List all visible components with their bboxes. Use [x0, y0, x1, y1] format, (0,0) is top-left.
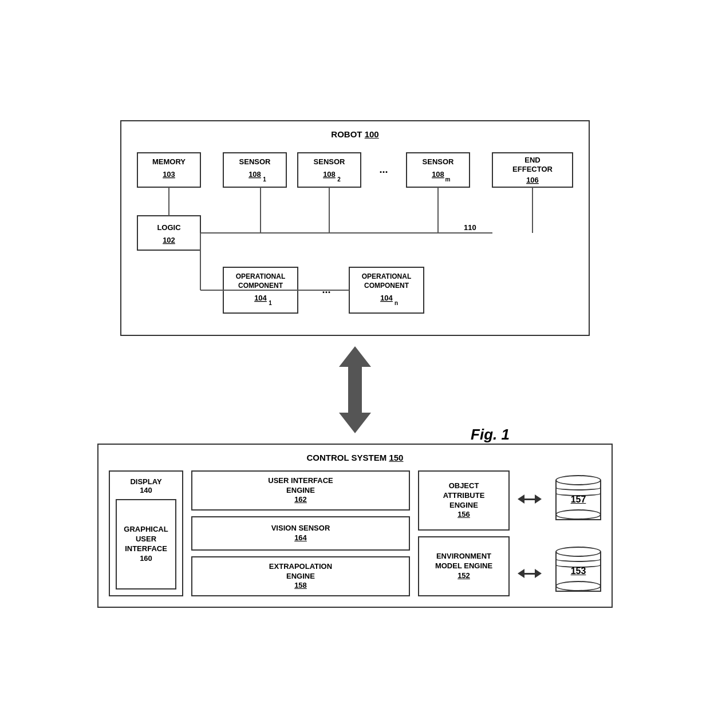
display-block: DISPLAY 140 GRAPHICAL USER INTERFACE 160	[109, 470, 183, 596]
object-attr-engine-box: OBJECT ATTRIBUTE ENGINE 156	[418, 470, 510, 531]
cyl-top-2	[555, 547, 601, 557]
arrow-down-icon	[339, 413, 371, 433]
databases-column: 157 153	[555, 470, 601, 596]
arrow-line2	[524, 573, 535, 575]
extrapolation-label: EXTRAPOLATION ENGINE	[269, 562, 332, 581]
database-153: 153	[555, 547, 601, 592]
svg-text:110: 110	[464, 223, 476, 232]
svg-text:OPERATIONAL: OPERATIONAL	[362, 272, 411, 280]
cyl-body-2: 153	[555, 552, 601, 592]
arrow-up-icon	[339, 346, 371, 367]
figure-label: Fig. 1	[471, 426, 510, 444]
vision-sensor-label: VISION SENSOR	[271, 524, 330, 533]
svg-text:n: n	[395, 300, 398, 306]
svg-text:108: 108	[323, 170, 336, 179]
svg-text:104: 104	[380, 294, 393, 302]
gui-ref: 160	[140, 554, 152, 564]
cyl-bottom-arc-2	[555, 581, 601, 591]
db-arrows-col	[518, 470, 542, 596]
svg-text:108: 108	[249, 170, 261, 179]
arrow-stem	[348, 367, 362, 390]
svg-text:SENSOR: SENSOR	[239, 157, 271, 166]
object-attr-label: OBJECT ATTRIBUTE ENGINE	[443, 481, 485, 511]
svg-text:102: 102	[163, 236, 175, 244]
control-system-title: CONTROL SYSTEM 150	[109, 453, 601, 462]
cyl-stripe1-2	[555, 556, 601, 562]
env-model-ref: 152	[457, 571, 470, 581]
vision-sensor-box: VISION SENSOR 164	[191, 516, 410, 551]
svg-text:103: 103	[163, 170, 175, 179]
arrow-left-icon2	[518, 569, 524, 578]
robot-outer-box: ROBOT 100 MEMORY 103 SENSOR 108 1 SENSOR…	[120, 120, 590, 336]
cyl-bottom-arc-1	[555, 509, 601, 520]
vision-sensor-ref: 164	[294, 533, 307, 543]
database-157: 157	[555, 475, 601, 520]
svg-rect-20	[137, 216, 200, 250]
control-system-inner: DISPLAY 140 GRAPHICAL USER INTERFACE 160…	[109, 470, 601, 596]
svg-text:SENSOR: SENSOR	[423, 157, 455, 166]
svg-text:COMPONENT: COMPONENT	[238, 282, 283, 290]
svg-text:108: 108	[432, 170, 444, 179]
arrow-right-icon2	[535, 569, 542, 578]
svg-text:106: 106	[526, 176, 539, 184]
arrow-stem2	[348, 390, 362, 413]
robot-title: ROBOT 100	[132, 129, 578, 139]
env-model-engine-box: ENVIRONMENT MODEL ENGINE 152	[418, 536, 510, 596]
svg-text:m: m	[445, 176, 451, 183]
svg-text:OPERATIONAL: OPERATIONAL	[236, 272, 285, 280]
display-label: DISPLAY 140	[130, 477, 161, 494]
ui-engine-ref: 162	[294, 495, 307, 505]
right-column: OBJECT ATTRIBUTE ENGINE 156 ENVIRONMENT …	[418, 470, 510, 596]
db1-arrow	[518, 494, 542, 504]
svg-text:1: 1	[263, 176, 266, 183]
arrow-right-icon	[535, 494, 542, 504]
svg-text:SENSOR: SENSOR	[314, 157, 346, 166]
ui-engine-label: USER INTERFACE ENGINE	[268, 476, 333, 496]
svg-text:2: 2	[337, 176, 341, 183]
gui-label: GRAPHICAL USER INTERFACE	[124, 525, 168, 554]
cyl-body-1: 157	[555, 480, 601, 520]
robot-diagram-svg: MEMORY 103 SENSOR 108 1 SENSOR 108 2 ...…	[132, 147, 581, 325]
cyl-stripe1	[555, 485, 601, 490]
ui-engine-box: USER INTERFACE ENGINE 162	[191, 470, 410, 511]
gui-box: GRAPHICAL USER INTERFACE 160	[116, 499, 176, 589]
arrow-line	[524, 498, 535, 500]
env-model-label: ENVIRONMENT MODEL ENGINE	[435, 552, 492, 571]
db1-ref: 157	[571, 494, 586, 505]
svg-text:EFFECTOR: EFFECTOR	[512, 165, 553, 173]
extrapolation-engine-box: EXTRAPOLATION ENGINE 158	[191, 556, 410, 596]
control-system-outer-box: CONTROL SYSTEM 150 DISPLAY 140 GRAPHICAL…	[97, 444, 613, 608]
page: ROBOT 100 MEMORY 103 SENSOR 108 1 SENSOR…	[40, 97, 670, 631]
db2-ref: 153	[571, 566, 586, 576]
svg-text:1: 1	[269, 300, 272, 306]
extrapolation-ref: 158	[294, 581, 307, 591]
db2-arrow	[518, 569, 542, 578]
svg-text:MEMORY: MEMORY	[152, 157, 186, 166]
svg-text:END: END	[524, 156, 540, 164]
svg-text:LOGIC: LOGIC	[157, 223, 181, 232]
svg-text:104: 104	[254, 294, 267, 302]
bidirectional-arrow	[339, 346, 371, 433]
object-attr-ref: 156	[457, 510, 470, 520]
middle-column: USER INTERFACE ENGINE 162 VISION SENSOR …	[191, 470, 410, 596]
arrow-left-icon	[518, 494, 524, 504]
cyl-top-1	[555, 475, 601, 485]
svg-text:...: ...	[379, 164, 388, 175]
svg-text:COMPONENT: COMPONENT	[364, 282, 409, 290]
